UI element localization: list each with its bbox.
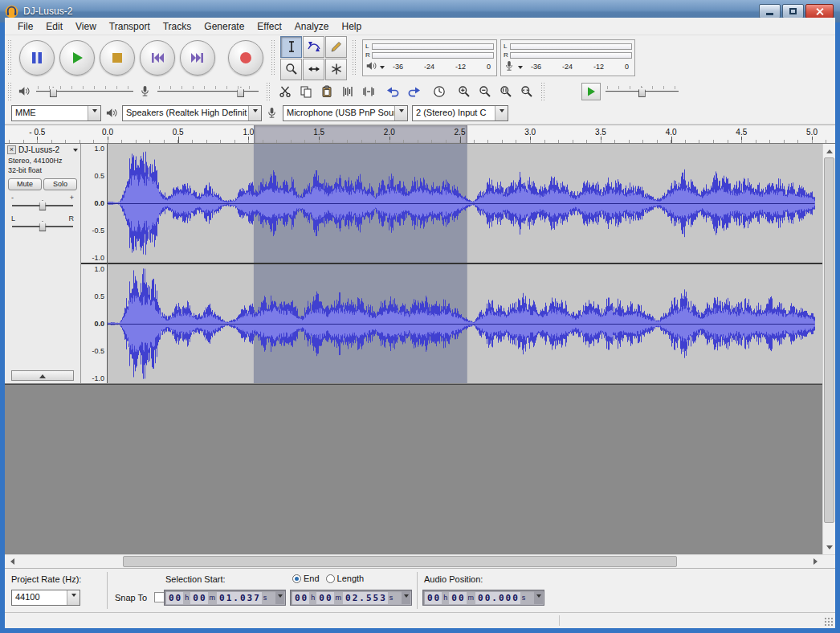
time-hours[interactable]: 00 (166, 592, 183, 604)
toolbar-grip[interactable] (540, 83, 545, 100)
menu-transport[interactable]: Transport (103, 18, 157, 35)
input-device-select[interactable]: Microphone (USB PnP Sound D (283, 105, 408, 121)
track-close-button[interactable]: × (7, 145, 16, 154)
track-menu-dropdown-icon[interactable] (73, 149, 78, 154)
time-minutes[interactable]: 00 (316, 592, 333, 604)
scroll-right-button[interactable] (809, 555, 822, 568)
menu-effect[interactable]: Effect (251, 18, 287, 35)
trim-audio-button[interactable] (337, 82, 357, 101)
cut-button[interactable] (275, 82, 295, 101)
time-seconds[interactable]: 01.037 (217, 592, 262, 604)
skip-to-end-button[interactable] (180, 40, 215, 76)
zoom-in-button[interactable] (454, 82, 474, 101)
pause-button[interactable] (19, 40, 55, 76)
gain-thumb[interactable] (39, 200, 47, 210)
scroll-up-button[interactable] (823, 144, 835, 157)
timeline-selection-region[interactable] (254, 125, 467, 143)
draw-tool-button[interactable] (325, 36, 347, 58)
playback-meter[interactable]: L R -36 -24 -12 0 (362, 39, 497, 76)
pan-slider[interactable]: L R (11, 214, 74, 234)
time-hours[interactable]: 00 (292, 592, 309, 604)
mute-button[interactable]: Mute (8, 178, 42, 190)
envelope-tool-button[interactable] (303, 36, 324, 58)
skip-to-start-button[interactable] (140, 40, 175, 76)
scroll-left-button[interactable] (5, 555, 18, 568)
toolbar-grip[interactable] (266, 83, 271, 100)
toolbar-grip[interactable] (271, 40, 275, 76)
play-at-speed-button[interactable] (581, 83, 601, 100)
combo-dropdown-button[interactable] (495, 106, 508, 120)
undo-button[interactable] (383, 82, 403, 101)
fit-selection-button[interactable] (495, 82, 516, 101)
silence-audio-button[interactable] (358, 82, 378, 101)
audio-position-field[interactable]: 00h 00m 00.000s (422, 590, 544, 606)
toolbar-grip[interactable] (7, 83, 12, 100)
gain-slider[interactable]: - + (11, 194, 74, 213)
zoom-tool-button[interactable] (280, 59, 302, 80)
copy-button[interactable] (296, 82, 316, 101)
solo-button[interactable]: Solo (43, 178, 77, 190)
track-collapse-button[interactable] (11, 370, 74, 381)
selection-tool-button[interactable] (280, 36, 302, 58)
horizontal-scroll-thumb[interactable] (123, 556, 677, 567)
toolbar-grip[interactable] (7, 40, 12, 76)
audio-host-select[interactable]: MME (11, 105, 101, 121)
time-field-spinner[interactable] (275, 591, 284, 604)
combo-dropdown-button[interactable] (394, 106, 407, 120)
horizontal-scrollbar[interactable] (5, 554, 835, 568)
time-field-spinner[interactable] (402, 591, 410, 604)
time-field-spinner[interactable] (534, 591, 543, 604)
redo-button[interactable] (404, 82, 424, 101)
resize-grip[interactable] (824, 617, 834, 627)
combo-dropdown-button[interactable] (67, 590, 80, 605)
scroll-down-button[interactable] (823, 541, 835, 554)
menu-generate[interactable]: Generate (198, 18, 251, 35)
end-radio[interactable]: End (292, 574, 320, 583)
maximize-button[interactable] (782, 4, 804, 18)
waveform-left-channel[interactable] (108, 144, 822, 263)
recording-meter[interactable]: L R -36 -24 -12 0 (500, 39, 635, 76)
time-shift-tool-button[interactable] (303, 59, 324, 80)
pan-thumb[interactable] (39, 221, 47, 231)
output-volume-slider[interactable] (35, 84, 135, 99)
menu-file[interactable]: File (11, 18, 39, 35)
input-volume-slider[interactable] (156, 84, 260, 99)
waveform-right-channel[interactable] (108, 264, 822, 383)
menu-edit[interactable]: Edit (39, 18, 69, 35)
record-button[interactable] (228, 40, 263, 76)
time-minutes[interactable]: 00 (190, 592, 207, 604)
zoom-out-button[interactable] (475, 82, 495, 101)
fit-project-button[interactable] (516, 82, 536, 101)
time-minutes[interactable]: 00 (449, 592, 466, 604)
vertical-ruler[interactable]: 1.0 0.5 0.0 -0.5 -1.0 1.0 0.5 0.0 -0.5 (81, 144, 108, 383)
output-device-select[interactable]: Speakers (Realtek High Definit (122, 105, 262, 121)
paste-button[interactable] (316, 82, 336, 101)
menu-analyze[interactable]: Analyze (288, 18, 336, 35)
play-button[interactable] (59, 40, 95, 76)
menu-help[interactable]: Help (336, 18, 369, 35)
menu-view[interactable]: View (69, 18, 103, 35)
sync-lock-button[interactable] (429, 82, 449, 101)
selection-start-field[interactable]: 00h 00m 01.037s (164, 590, 286, 606)
meter-dropdown-icon[interactable] (380, 66, 385, 71)
combo-dropdown-button[interactable] (88, 106, 100, 120)
stop-button[interactable] (100, 40, 135, 76)
combo-dropdown-button[interactable] (248, 106, 261, 120)
playback-speed-slider[interactable] (604, 84, 680, 99)
project-rate-select[interactable]: 44100 (11, 590, 80, 606)
input-channels-select[interactable]: 2 (Stereo) Input C (412, 105, 508, 121)
time-seconds[interactable]: 00.000 (475, 592, 520, 604)
horizontal-scroll-track[interactable] (18, 555, 809, 568)
vertical-scroll-thumb[interactable] (824, 157, 834, 523)
time-hours[interactable]: 00 (425, 592, 442, 604)
time-seconds[interactable]: 02.553 (343, 592, 388, 604)
close-button[interactable] (805, 4, 834, 18)
toolbar-grip[interactable] (352, 40, 357, 76)
multi-tool-button[interactable] (325, 59, 347, 80)
vertical-scrollbar[interactable] (822, 144, 835, 554)
menu-tracks[interactable]: Tracks (157, 18, 198, 35)
length-radio[interactable]: Length (326, 574, 365, 583)
meter-dropdown-icon[interactable] (518, 66, 523, 71)
timeline-ruler[interactable]: - 0.50.00.51.01.52.02.53.03.54.04.55.0 (5, 125, 835, 144)
minimize-button[interactable] (759, 4, 781, 18)
